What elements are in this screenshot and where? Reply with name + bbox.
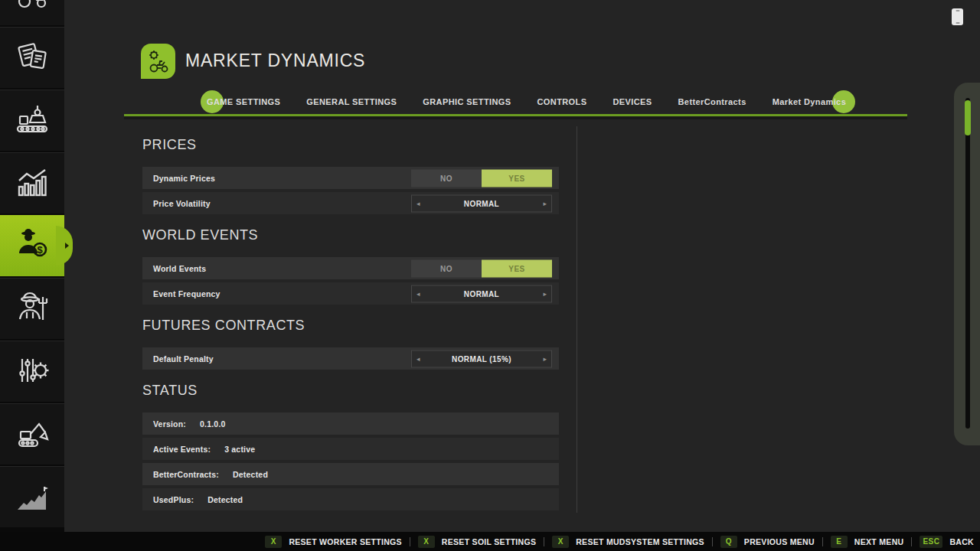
game-settings-screen: $ (0, 0, 980, 551)
selector-prev-icon[interactable]: ◂ (416, 290, 420, 297)
active-tab-arrow-icon (65, 243, 69, 249)
phone-indicator-icon (952, 8, 963, 25)
contracts-icon (14, 38, 51, 78)
sidebar-item-terrain[interactable] (0, 466, 64, 527)
status-value: Detected (233, 470, 268, 479)
status-value: 0.1.0.0 (200, 419, 226, 429)
sidebar-item-mod-settings[interactable] (0, 341, 64, 402)
tab-game-settings[interactable]: GAME SETTINGS (207, 97, 280, 106)
toggle-yes-button[interactable]: YES (482, 259, 552, 277)
scrollbar-track[interactable] (965, 98, 970, 429)
market-money-icon: $ (14, 226, 51, 266)
farmer-icon (14, 289, 51, 329)
sidebar-item-vehicle[interactable] (0, 0, 64, 25)
setting-label: Dynamic Prices (153, 174, 215, 183)
status-value: Detected (207, 495, 243, 504)
toggle-no-button[interactable]: NO (411, 259, 482, 277)
setting-row-dynamic-prices: Dynamic Prices NO YES (142, 167, 559, 189)
sidebar-item-terraforming[interactable] (0, 403, 64, 465)
legend-separator (712, 537, 713, 546)
status-row-active-events: Active Events: 3 active (142, 438, 559, 460)
default-penalty-selector[interactable]: ◂ NORMAL (15%) ▸ (411, 350, 552, 367)
key-badge-x: X (552, 536, 569, 548)
setting-row-default-penalty: Default Penalty ◂ NORMAL (15%) ▸ (142, 347, 559, 370)
section-title-world-events: WORLD EVENTS (142, 227, 559, 243)
phone-button (956, 22, 959, 24)
tab-market-dynamics[interactable]: Market Dynamics (773, 97, 847, 106)
reset-worker-settings-button[interactable]: X RESET WORKER SETTINGS (265, 536, 401, 548)
content-divider (577, 126, 577, 513)
tab-controls[interactable]: CONTROLS (537, 97, 587, 106)
selector-prev-icon[interactable]: ◂ (416, 355, 420, 362)
status-row-version: Version: 0.1.0.0 (142, 412, 559, 435)
tab-bar: GAME SETTINGS GENERAL SETTINGS GRAPHIC S… (207, 92, 846, 112)
toggle-no-button[interactable]: NO (411, 169, 482, 187)
vehicle-icon (14, 0, 51, 15)
status-label: Active Events: (153, 445, 211, 454)
setting-label: Price Volatility (153, 199, 211, 208)
selector-value: NORMAL (464, 199, 499, 207)
tab-graphic-settings[interactable]: GRAPHIC SETTINGS (423, 97, 511, 106)
production-icon (14, 101, 51, 141)
sidebar-item-contracts[interactable] (0, 27, 64, 88)
legend-separator (410, 537, 410, 546)
svg-text:$: $ (37, 244, 43, 256)
toggle-yes-button[interactable]: YES (482, 169, 552, 187)
dynamic-prices-toggle: NO YES (411, 169, 552, 187)
sidebar: $ (0, 0, 64, 551)
sidebar-item-workers[interactable] (0, 278, 64, 339)
legend-separator (911, 537, 912, 546)
tab-general-settings[interactable]: GENERAL SETTINGS (306, 97, 397, 106)
selector-next-icon[interactable]: ▸ (543, 355, 547, 362)
status-row-usedplus: UsedPlus: Detected (142, 488, 559, 510)
status-label: UsedPlus: (153, 495, 194, 504)
status-label: Version: (153, 419, 186, 429)
reset-mudsystem-settings-button[interactable]: X RESET MUDSYSTEM SETTINGS (552, 536, 704, 548)
event-frequency-selector[interactable]: ◂ NORMAL ▸ (411, 285, 552, 302)
sidebar-item-statistics[interactable] (0, 152, 64, 214)
key-badge-x: X (418, 536, 435, 548)
active-tab-bubble (56, 226, 73, 266)
phone-speaker (956, 10, 959, 11)
scrollbar-panel (954, 83, 980, 445)
legend-separator (822, 537, 823, 546)
setting-label: Event Frequency (153, 289, 220, 298)
selector-next-icon[interactable]: ▸ (543, 200, 547, 207)
settings-panel: PRICES Dynamic Prices NO YES Price Volat… (142, 136, 559, 514)
reset-soil-settings-button[interactable]: X RESET SOIL SETTINGS (418, 536, 536, 548)
section-title-prices: PRICES (142, 136, 559, 153)
scrollbar-thumb[interactable] (965, 100, 971, 135)
section-title-futures-contracts: FUTURES CONTRACTS (142, 317, 559, 334)
sidebar-item-market-dynamics[interactable]: $ (0, 215, 64, 276)
settings-gear-icon (14, 352, 51, 392)
setting-row-event-frequency: Event Frequency ◂ NORMAL ▸ (142, 282, 559, 305)
setting-label: World Events (153, 264, 206, 273)
key-badge-e: E (831, 536, 848, 548)
statistics-icon (14, 164, 51, 204)
world-events-toggle: NO YES (411, 259, 552, 277)
legend-separator (544, 537, 544, 546)
setting-row-world-events: World Events NO YES (142, 257, 559, 279)
key-legend-bar: X RESET WORKER SETTINGS X RESET SOIL SET… (0, 532, 980, 551)
tab-devices[interactable]: DEVICES (612, 97, 652, 106)
selector-next-icon[interactable]: ▸ (543, 290, 547, 297)
tab-bettercontracts[interactable]: BetterContracts (678, 97, 746, 106)
setting-label: Default Penalty (153, 354, 214, 364)
previous-menu-button[interactable]: Q PREVIOUS MENU (720, 536, 815, 548)
sidebar-item-production[interactable] (0, 90, 64, 151)
setting-row-price-volatility: Price Volatility ◂ NORMAL ▸ (142, 192, 559, 214)
page-title: MARKET DYNAMICS (185, 51, 365, 71)
selector-value: NORMAL (464, 289, 499, 298)
key-badge-esc: ESC (920, 536, 942, 548)
key-badge-q: Q (720, 536, 737, 548)
terrain-chart-icon (14, 478, 51, 517)
price-volatility-selector[interactable]: ◂ NORMAL ▸ (411, 194, 552, 212)
section-title-status: STATUS (142, 382, 559, 399)
back-button[interactable]: ESC BACK (920, 536, 974, 548)
tab-underline-shadow (124, 116, 907, 119)
next-menu-button[interactable]: E NEXT MENU (831, 536, 904, 548)
selector-value: NORMAL (15%) (452, 354, 511, 363)
selector-prev-icon[interactable]: ◂ (416, 200, 420, 207)
status-row-bettercontracts: BetterContracts: Detected (142, 463, 559, 485)
status-label: BetterContracts: (153, 470, 219, 479)
